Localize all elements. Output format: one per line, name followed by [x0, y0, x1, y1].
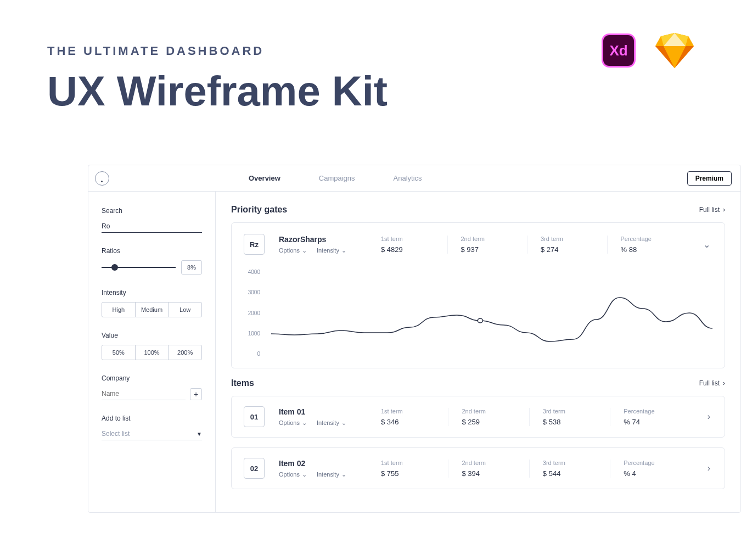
item-intensity-dropdown[interactable]: Intensity⌄ — [317, 471, 346, 478]
addlist-select[interactable]: Select list ▼ — [102, 428, 202, 440]
value-label: Value — [102, 332, 202, 339]
ratios-value: 8% — [181, 260, 202, 275]
item-badge: 01 — [244, 406, 265, 427]
priority-full-list-link[interactable]: Full list › — [699, 206, 725, 214]
full-list-label: Full list — [699, 379, 720, 387]
addlist-label: Add to list — [102, 415, 202, 422]
intensity-medium[interactable]: Medium — [136, 303, 169, 317]
adobe-xd-icon: Xd — [602, 33, 636, 68]
chevron-down-icon: ⌄ — [341, 247, 346, 254]
item-name: Item 02 — [279, 459, 367, 468]
intensity-low[interactable]: Low — [169, 303, 201, 317]
stat-label: 2nd term — [462, 460, 529, 466]
value-100[interactable]: 100% — [136, 345, 169, 360]
caret-down-icon: ▼ — [197, 431, 202, 437]
tab-campaigns[interactable]: Campaigns — [319, 174, 355, 182]
stat-label: 3rd term — [543, 408, 610, 415]
stat-value: $ 346 — [381, 418, 448, 426]
topbar: Overview Campaigns Analytics Premium — [88, 165, 740, 192]
stat-value: % 4 — [624, 469, 691, 478]
priority-title: Priority gates — [231, 205, 287, 215]
chevron-down-icon: ⌄ — [302, 471, 307, 478]
priority-intensity-dropdown[interactable]: Intensity⌄ — [317, 247, 346, 254]
stat-label: 2nd term — [461, 236, 527, 242]
stat-value: $ 538 — [543, 418, 610, 426]
stat-label: Percentage — [621, 236, 687, 242]
chevron-down-icon: ⌄ — [341, 471, 346, 478]
item-options-dropdown[interactable]: Options⌄ — [279, 419, 307, 427]
chevron-right-icon: › — [723, 206, 725, 214]
collapse-toggle[interactable]: ⌄ — [701, 239, 712, 250]
item-card: 01 Item 01 Options⌄ Intensity⌄ 1st term$… — [231, 396, 725, 438]
chevron-down-icon: ⌄ — [341, 419, 346, 427]
main-content: Priority gates Full list › Rz RazorSharp… — [216, 192, 740, 512]
intensity-high[interactable]: High — [102, 303, 136, 317]
stat-label: Percentage — [624, 408, 691, 415]
ratios-slider[interactable] — [102, 267, 176, 268]
chevron-down-icon: ⌄ — [302, 247, 307, 254]
intensity-label: Intensity — [102, 289, 202, 296]
value-segment: 50% 100% 200% — [102, 345, 202, 360]
item-intensity-dropdown[interactable]: Intensity⌄ — [317, 419, 346, 427]
stat-label: 1st term — [381, 408, 448, 415]
value-50[interactable]: 50% — [102, 345, 136, 360]
stat-label: 3rd term — [541, 236, 607, 242]
stat-label: Percentage — [624, 460, 691, 466]
stat-value: $ 755 — [381, 469, 448, 478]
search-label: Search — [102, 207, 202, 215]
stat-value: $ 274 — [541, 245, 607, 254]
stat-label: 1st term — [381, 460, 448, 466]
item-options-dropdown[interactable]: Options⌄ — [279, 471, 307, 478]
chevron-down-icon: ⌄ — [302, 419, 307, 427]
svg-point-9 — [478, 318, 482, 323]
sketch-icon — [655, 33, 694, 68]
dashboard-window: Overview Campaigns Analytics Premium Sea… — [88, 165, 741, 513]
tab-analytics[interactable]: Analytics — [394, 174, 422, 182]
nav-tabs: Overview Campaigns Analytics — [249, 174, 422, 182]
stat-label: 2nd term — [462, 408, 529, 415]
company-input[interactable] — [102, 388, 186, 400]
premium-button[interactable]: Premium — [687, 171, 732, 186]
hero-eyebrow: THE ULTIMATE DASHBOARD — [47, 44, 694, 58]
stat-value: $ 4829 — [381, 245, 447, 254]
add-company-button[interactable]: + — [190, 388, 202, 400]
stat-label: 1st term — [381, 236, 447, 242]
items-full-list-link[interactable]: Full list › — [699, 379, 725, 387]
sidebar: Search Ratios 8% Intensity High Medium L… — [88, 192, 216, 512]
stat-value: % 88 — [621, 245, 687, 254]
priority-item-name: RazorSharps — [279, 235, 367, 244]
slider-thumb[interactable] — [111, 264, 118, 271]
chevron-right-icon: › — [723, 379, 725, 387]
stat-label: 3rd term — [543, 460, 610, 466]
stat-value: $ 259 — [462, 418, 529, 426]
app-logo — [95, 171, 109, 186]
intensity-segment: High Medium Low — [102, 302, 202, 317]
ratios-label: Ratios — [102, 247, 202, 255]
hero-title: UX Wireframe Kit — [47, 69, 694, 113]
priority-card: Rz RazorSharps Options⌄ Intensity⌄ 1st t… — [231, 222, 725, 368]
expand-toggle[interactable]: › — [705, 412, 712, 422]
priority-badge: Rz — [244, 234, 265, 255]
stat-value: $ 544 — [543, 469, 610, 478]
full-list-label: Full list — [699, 206, 720, 214]
search-input[interactable] — [102, 220, 202, 233]
tab-overview[interactable]: Overview — [249, 174, 280, 182]
value-200[interactable]: 200% — [169, 345, 201, 360]
company-label: Company — [102, 374, 202, 382]
stat-value: $ 394 — [462, 469, 529, 478]
item-card: 02 Item 02 Options⌄ Intensity⌄ 1st term$… — [231, 447, 725, 489]
expand-toggle[interactable]: › — [705, 463, 712, 473]
priority-options-dropdown[interactable]: Options⌄ — [279, 247, 307, 254]
priority-chart: 40003000200010000 — [244, 269, 712, 357]
stat-value: % 74 — [624, 418, 691, 426]
item-badge: 02 — [244, 458, 265, 479]
addlist-placeholder: Select list — [102, 430, 197, 438]
item-name: Item 01 — [279, 407, 367, 416]
items-title: Items — [231, 378, 254, 388]
stat-value: $ 937 — [461, 245, 527, 254]
